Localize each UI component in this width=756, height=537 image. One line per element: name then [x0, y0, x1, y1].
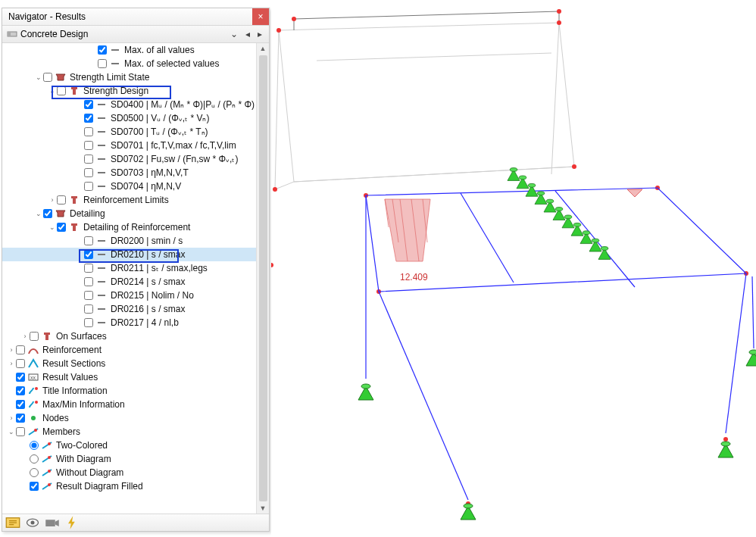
tree-row[interactable]: ›Reinforcement Limits	[2, 193, 256, 207]
tree-row[interactable]: DR0200 | smin / s	[2, 234, 256, 248]
next-arrow-icon[interactable]: ▸	[255, 29, 264, 39]
tree-row[interactable]: Result Diagram Filled	[2, 479, 256, 493]
tree-checkbox[interactable]	[84, 100, 93, 109]
tree-checkbox[interactable]	[57, 223, 66, 232]
tree-checkbox[interactable]	[16, 427, 25, 436]
tree-row[interactable]: ›Result Sections	[2, 357, 256, 370]
twist-icon[interactable]: ›	[20, 333, 30, 340]
tree-checkbox[interactable]	[16, 414, 25, 423]
svg-rect-5	[73, 89, 76, 95]
tree-row[interactable]: ›Nodes	[2, 411, 256, 425]
tree-row[interactable]: DR0214 | s / smax	[2, 275, 256, 289]
tree-radio[interactable]	[30, 454, 39, 464]
scrollbar[interactable]: ▲ ▼	[256, 43, 269, 514]
twist-icon[interactable]: ›	[48, 196, 57, 204]
tree-checkbox[interactable]	[84, 182, 93, 191]
tree-radio[interactable]	[30, 468, 39, 477]
tree-checkbox[interactable]	[84, 114, 93, 123]
tree-row[interactable]: Two-Colored	[2, 439, 256, 452]
tree-checkbox[interactable]	[43, 73, 52, 82]
tree-checkbox[interactable]	[30, 332, 39, 341]
tree-row[interactable]: Without Diagram	[2, 466, 256, 479]
twist-icon[interactable]: ›	[7, 346, 16, 354]
tree-checkbox[interactable]	[84, 236, 93, 245]
tree-checkbox[interactable]	[84, 264, 93, 273]
tree-checkbox[interactable]	[84, 291, 93, 300]
model-svg: 12.409	[271, 0, 756, 537]
tree-checkbox[interactable]	[84, 141, 93, 150]
tree-checkbox[interactable]	[84, 277, 93, 286]
twist-icon[interactable]: ⌄	[34, 73, 43, 81]
tree-checkbox[interactable]	[16, 345, 25, 354]
title-icon	[27, 399, 39, 410]
tree-row[interactable]: SD0701 | fc,T,V,max / fc,T,V,lim	[2, 139, 256, 152]
twist-icon[interactable]: ⌄	[34, 210, 43, 217]
tree-row[interactable]: xxResult Values	[2, 370, 256, 384]
tree-checkbox[interactable]	[43, 209, 52, 218]
tree-radio[interactable]	[30, 441, 39, 450]
tree-row[interactable]: ›On Surfaces	[2, 329, 256, 343]
scroll-down-icon[interactable]: ▼	[260, 504, 267, 512]
tree-checkbox[interactable]	[16, 386, 25, 395]
tree-checkbox[interactable]	[57, 86, 66, 95]
tree-row[interactable]: DR0215 | Nolim / No	[2, 289, 256, 302]
tree-row[interactable]: ⌄Detailing of Reinforcement	[2, 220, 256, 234]
tree-checkbox[interactable]	[84, 304, 93, 314]
tree-checkbox[interactable]	[84, 250, 93, 259]
tree-checkbox[interactable]	[16, 400, 25, 409]
prev-arrow-icon[interactable]: ◂	[243, 29, 252, 39]
tree-row[interactable]: With Diagram	[2, 452, 256, 466]
svg-text:xx: xx	[30, 375, 36, 380]
tree-row[interactable]: DR0210 | s / smax	[2, 248, 256, 261]
tree-row[interactable]: SD0704 | ηM,N,V	[2, 180, 256, 193]
model-viewport[interactable]: 12.409	[271, 0, 756, 537]
lightning-icon[interactable]	[64, 516, 80, 529]
tree-row[interactable]: SD0500 | Vᵤ / (Φᵥ,ₜ * Vₙ)	[2, 111, 256, 125]
tree-row[interactable]: Max. of all values	[2, 43, 256, 57]
tree-row[interactable]: SD0702 | Fu,sw / (Fn,sw * Φᵥ,ₜ)	[2, 152, 256, 166]
twist-icon[interactable]: ⌄	[7, 428, 16, 436]
visibility-icon[interactable]	[25, 516, 40, 529]
tree-checkbox[interactable]	[98, 59, 107, 68]
tree-row[interactable]: SD0400 | Mᵤ / (Mₙ * Φ)|Pᵤ / (Pₙ * Φ)	[2, 98, 256, 111]
scroll-up-icon[interactable]: ▲	[260, 45, 267, 52]
tree-row[interactable]: ⌄Members	[2, 425, 256, 439]
tree-row[interactable]: Max/Min Information	[2, 398, 256, 411]
svg-rect-24	[44, 333, 50, 335]
twist-icon[interactable]: ›	[7, 414, 16, 422]
tree-checkbox[interactable]	[98, 45, 107, 55]
tree-row[interactable]: ›Reinforcement	[2, 343, 256, 357]
tree-label: Reinforcement Limits	[83, 195, 169, 205]
tree-checkbox[interactable]	[84, 155, 93, 164]
tee-icon	[68, 195, 80, 205]
twist-icon[interactable]: ⌄	[48, 87, 57, 95]
tree-checkbox[interactable]	[84, 318, 93, 327]
tree-row[interactable]: SD0700 | Tᵤ / (Φᵥ,ₜ * Tₙ)	[2, 125, 256, 139]
tree-checkbox[interactable]	[84, 127, 93, 136]
tree-row[interactable]: Title Information	[2, 384, 256, 398]
tree-row[interactable]: ⌄Strength Limit State	[2, 70, 256, 84]
dash-icon	[95, 276, 108, 287]
dropdown-icon[interactable]: ⌄	[228, 29, 240, 39]
tree-checkbox[interactable]	[84, 168, 93, 177]
tree[interactable]: Max. of all valuesMax. of selected value…	[2, 43, 256, 514]
tree-row[interactable]: DR0216 | s / smax	[2, 302, 256, 316]
camera-icon[interactable]	[45, 516, 60, 529]
tree-row[interactable]: SD0703 | ηM,N,V,T	[2, 166, 256, 180]
tree-row[interactable]: Max. of selected values	[2, 57, 256, 70]
scroll-thumb[interactable]	[259, 55, 267, 501]
tree-row[interactable]: DR0211 | sₜ / smax,legs	[2, 261, 256, 275]
tree-checkbox[interactable]	[16, 359, 25, 368]
twist-icon[interactable]: ›	[7, 360, 16, 367]
tree-row[interactable]: ⌄Detailing	[2, 207, 256, 220]
tree-row[interactable]: DR0217 | 4 / nl,b	[2, 316, 256, 329]
section-name[interactable]: Concrete Design	[20, 29, 88, 39]
tree-row[interactable]: ⌄Strength Design	[2, 84, 256, 98]
tree-checkbox[interactable]	[30, 482, 39, 491]
twist-icon[interactable]: ⌄	[48, 223, 57, 231]
tree-label: Members	[42, 426, 80, 437]
tree-checkbox[interactable]	[16, 373, 25, 382]
close-icon[interactable]: ×	[252, 8, 269, 25]
tree-checkbox[interactable]	[57, 195, 66, 204]
display-options-icon[interactable]	[5, 516, 20, 529]
